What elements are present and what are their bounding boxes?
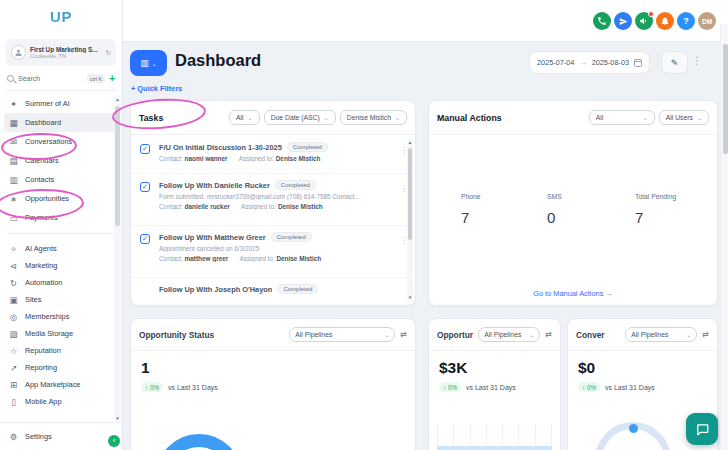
sidebar-item-contacts[interactable]: ▥ Contacts bbox=[4, 170, 118, 189]
task-type-filter[interactable]: All bbox=[229, 110, 260, 125]
filter-icon[interactable]: ⇄ bbox=[545, 330, 552, 339]
launchpad-button[interactable] bbox=[614, 12, 632, 30]
task-description: Form submitted. mrsrucker3709@gmail.com … bbox=[159, 193, 393, 200]
dashboard-switcher-button[interactable]: ▥ ⌄ bbox=[130, 50, 167, 76]
task-assignee: Denise Mistich bbox=[276, 155, 321, 162]
mobile-app-icon: ▯ bbox=[8, 397, 19, 407]
filter-icon[interactable]: ⇄ bbox=[702, 330, 709, 339]
task-checkbox[interactable] bbox=[140, 182, 150, 192]
sidebar-nav-primary: ✦ Summer of AI ▦ Dashboard ✉ Conversatio… bbox=[0, 94, 122, 227]
calendar-icon: ▤ bbox=[8, 156, 19, 166]
edit-dashboard-button[interactable]: ✎ bbox=[661, 51, 688, 74]
sidebar-item-media-storage[interactable]: ▨ Media Storage bbox=[4, 325, 118, 342]
filter-icon[interactable]: ⇄ bbox=[400, 330, 407, 339]
sidebar-item-reputation[interactable]: ☆ Reputation bbox=[4, 342, 118, 359]
sidebar-item-marketing[interactable]: ⊲ Marketing bbox=[4, 257, 118, 274]
task-assignee-filter[interactable]: Denise Mistich bbox=[340, 110, 407, 125]
app-marketplace-icon: ⊞ bbox=[8, 380, 19, 390]
quick-filters-link[interactable]: + Quick Filters bbox=[131, 84, 182, 93]
scroll-up-icon[interactable]: ▲ bbox=[407, 140, 413, 145]
user-avatar[interactable]: DM bbox=[698, 12, 716, 30]
sidebar-item-payments[interactable]: ▭ Payments bbox=[4, 208, 118, 227]
tasks-scrollbar-thumb[interactable] bbox=[408, 148, 412, 240]
stat-sms: SMS 0 bbox=[547, 193, 635, 226]
account-switcher[interactable]: First Up Marketing S... Cookeville, TN ↻ bbox=[6, 39, 116, 66]
task-item[interactable]: Follow Up With Joseph O'Hayon Completed bbox=[131, 278, 415, 304]
page-title: Dashboard bbox=[175, 51, 261, 70]
pipeline-filter[interactable]: All Pipelines bbox=[625, 327, 697, 342]
stat-total-pending: Total Pending 7 bbox=[635, 193, 676, 226]
chevron-down-icon: ⌄ bbox=[152, 60, 157, 67]
sidebar-item-summer-of-ai[interactable]: ✦ Summer of AI bbox=[4, 94, 118, 113]
date-to: 2025-08-03 bbox=[592, 58, 629, 67]
chat-widget-button[interactable] bbox=[686, 413, 718, 445]
page-scrollbar-thumb[interactable] bbox=[723, 44, 728, 154]
notification-dot bbox=[648, 11, 654, 17]
sidebar-scrollbar-thumb[interactable] bbox=[115, 106, 120, 226]
topbar: ? DM bbox=[123, 0, 728, 42]
page-scrollbar[interactable] bbox=[720, 24, 728, 450]
task-sort-filter[interactable]: Due Date (ASC) bbox=[264, 110, 336, 125]
task-item[interactable]: Follow Up With Matthew Greer Completed A… bbox=[131, 226, 415, 278]
delta-badge: ↑ 0% bbox=[578, 382, 600, 392]
go-to-manual-actions-link[interactable]: Go to Manual Actions → bbox=[429, 289, 717, 298]
tasks-scrollbar[interactable]: ▲ ▼ bbox=[407, 139, 413, 301]
sidebar-item-opportunities[interactable]: ∗ Opportunities bbox=[4, 189, 118, 208]
task-checkbox[interactable] bbox=[140, 144, 150, 154]
account-switch-icon[interactable]: ↻ bbox=[105, 49, 111, 57]
more-options-icon[interactable]: ⋮ bbox=[692, 55, 702, 66]
sidebar-item-reporting[interactable]: ↗ Reporting bbox=[4, 359, 118, 376]
sidebar-scrollbar[interactable]: ▲ ▼ bbox=[114, 96, 121, 422]
sidebar-item-dashboard[interactable]: ▦ Dashboard bbox=[4, 113, 118, 132]
chat-icon: ✉ bbox=[8, 137, 19, 147]
pipeline-filter[interactable]: All Pipelines bbox=[478, 327, 540, 342]
sidebar-item-memberships[interactable]: ◎ Memberships bbox=[4, 308, 118, 325]
comparison-label: vs Last 31 Days bbox=[605, 384, 655, 391]
account-avatar-icon bbox=[11, 45, 26, 60]
task-contact: naomi wanner bbox=[185, 155, 228, 162]
sidebar-collapse-button[interactable]: ‹ bbox=[108, 435, 120, 447]
delta-badge: ↑ 0% bbox=[439, 382, 461, 392]
manual-actions-type-filter[interactable]: All bbox=[589, 110, 655, 125]
quick-add-button[interactable]: + bbox=[109, 75, 115, 83]
sidebar: UP First Up Marketing S... Cookeville, T… bbox=[0, 0, 123, 450]
task-checkbox[interactable] bbox=[140, 234, 150, 244]
sidebar-item-app-marketplace[interactable]: ⊞ App Marketplace bbox=[4, 376, 118, 393]
task-assignee: Denise Mistich bbox=[276, 255, 321, 262]
pipeline-filter[interactable]: All Pipelines bbox=[289, 327, 395, 342]
date-range-picker[interactable]: 2025-07-04 → 2025-08-03 bbox=[529, 51, 650, 74]
media-storage-icon: ▨ bbox=[8, 329, 19, 339]
sidebar-item-mobile-app[interactable]: ▯ Mobile App bbox=[4, 393, 118, 410]
help-button[interactable]: ? bbox=[677, 12, 695, 30]
brand-logo: UP bbox=[0, 8, 122, 25]
manual-actions-user-filter[interactable]: All Users bbox=[659, 110, 709, 125]
scroll-up-icon[interactable]: ▲ bbox=[114, 97, 121, 102]
calendar-icon bbox=[634, 59, 642, 67]
sidebar-item-settings[interactable]: ⚙ Settings bbox=[4, 427, 118, 446]
widget-value: $3K bbox=[439, 359, 560, 377]
search-input[interactable]: Search ctrl K + bbox=[6, 74, 116, 91]
sidebar-item-ai-agents[interactable]: ✧ AI Agents bbox=[4, 240, 118, 257]
sidebar-divider bbox=[8, 233, 114, 234]
scroll-down-icon[interactable]: ▼ bbox=[114, 416, 121, 421]
bar-chart bbox=[437, 424, 552, 446]
task-assignee: Denise Mistich bbox=[278, 203, 323, 210]
sidebar-item-conversations[interactable]: ✉ Conversations bbox=[4, 132, 118, 151]
widget-value: 1 bbox=[141, 359, 415, 377]
task-title: Follow Up With Matthew Greer bbox=[159, 233, 266, 242]
manual-actions-title: Manual Actions bbox=[437, 113, 585, 123]
sidebar-item-sites[interactable]: ▣ Sites bbox=[4, 291, 118, 308]
sidebar-item-calendars[interactable]: ▤ Calendars bbox=[4, 151, 118, 170]
reputation-icon: ☆ bbox=[8, 346, 19, 356]
announcements-button[interactable] bbox=[635, 12, 653, 30]
task-item[interactable]: Follow Up With Danielle Rucker Completed… bbox=[131, 174, 415, 226]
sidebar-item-automation[interactable]: ↻ Automation bbox=[4, 274, 118, 291]
donut-chart bbox=[156, 434, 242, 450]
task-item[interactable]: F/U On Initial Discussion 1-30-2025 Comp… bbox=[131, 136, 415, 174]
scroll-down-icon[interactable]: ▼ bbox=[407, 295, 413, 300]
main-content: ▥ ⌄ Dashboard + Quick Filters 2025-07-04… bbox=[123, 42, 728, 450]
dialer-button[interactable] bbox=[593, 12, 611, 30]
contacts-icon: ▥ bbox=[8, 175, 19, 185]
header-divider bbox=[657, 54, 658, 71]
notifications-button[interactable] bbox=[656, 12, 674, 30]
